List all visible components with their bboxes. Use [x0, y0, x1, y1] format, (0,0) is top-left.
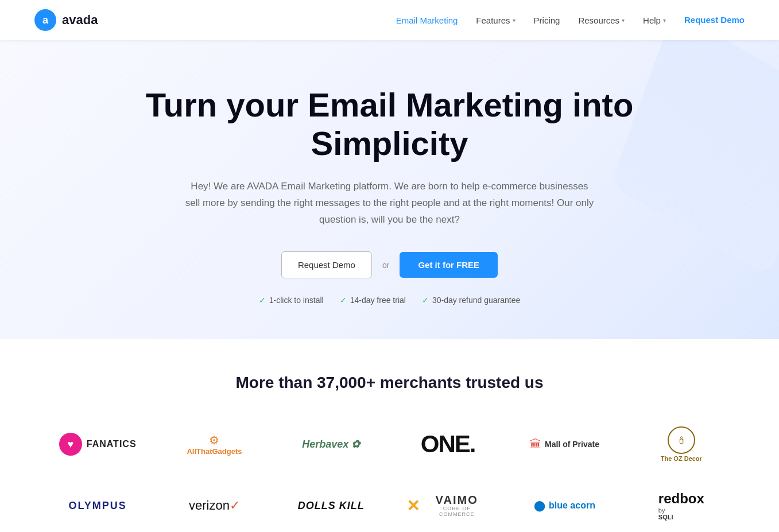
oz-text: The OZ Decor [661, 455, 702, 462]
nav-item-features[interactable]: Features ▾ [476, 15, 515, 25]
logo-verizon: verizon ✓ [177, 486, 251, 526]
navbar: a avada Email Marketing Features ▾ Prici… [0, 0, 779, 40]
redbox-main-text: redbox [658, 491, 704, 507]
nav-request-demo-button[interactable]: Request Demo [684, 15, 745, 25]
oz-circle-icon: 🕯 [668, 426, 695, 454]
svg-text:a: a [42, 14, 49, 26]
hero-checks: ✓ 1-click to install ✓ 14-day free trial… [23, 296, 756, 305]
chevron-down-icon: ▾ [663, 17, 666, 24]
logo-fanatics: ♥ FANATICS [48, 424, 148, 464]
logo-oz-decor: 🕯 The OZ Decor [649, 421, 714, 468]
nav-item-email-marketing[interactable]: Email Marketing [396, 15, 458, 25]
fanatics-text: FANATICS [87, 439, 137, 449]
logo-redbox: redbox by SQLI [647, 485, 716, 526]
hero-content: Turn your Email Marketing into Simplicit… [23, 86, 756, 305]
logo-blue-acorn: ⬤ blue acorn [522, 486, 607, 526]
or-separator: or [382, 261, 389, 270]
check-label-refund: 30-day refund guarantee [432, 296, 520, 305]
request-demo-button[interactable]: Request Demo [281, 251, 372, 278]
mall-icon: 🏛 [530, 438, 541, 451]
redbox-by-text: by [658, 507, 665, 514]
olympus-text: OLYMPUS [68, 500, 126, 512]
check-label-trial: 14-day free trial [350, 296, 406, 305]
nav-item-pricing[interactable]: Pricing [534, 15, 560, 25]
dolls-kill-text: DOLLS KILL [298, 500, 365, 512]
check-item-trial: ✓ 14-day free trial [340, 296, 406, 305]
logo-mall-private: 🏛 Mall of Private [518, 424, 611, 464]
logo-allthatgadgets: ⚙ AllThatGadgets [175, 424, 253, 464]
nav-item-request-demo[interactable]: Request Demo [684, 15, 745, 25]
get-free-button[interactable]: Get it for FREE [400, 252, 498, 278]
verizon-text: verizon [189, 498, 230, 513]
logo-olympus: OLYMPUS [57, 486, 138, 526]
nav-links: Email Marketing Features ▾ Pricing Resou… [396, 15, 745, 25]
mall-text: Mall of Private [545, 440, 599, 449]
check-label-install: 1-click to install [269, 296, 324, 305]
check-icon: ✓ [340, 296, 347, 305]
vaimo-main-text: VAIMO [424, 494, 489, 506]
vaimo-sub-text: CORE OF COMMERCE [424, 506, 489, 518]
hero-subtitle: Hey! We are AVADA Email Marketing platfo… [183, 178, 596, 228]
chevron-down-icon: ▾ [513, 17, 516, 24]
hero-title: Turn your Email Marketing into Simplicit… [131, 86, 648, 162]
nav-link-email-marketing[interactable]: Email Marketing [396, 15, 458, 25]
logo-vaimo: ✕ VAIMO CORE OF COMMERCE [395, 486, 500, 526]
logo-one: ONE. [409, 424, 487, 464]
check-icon: ✓ [422, 296, 429, 305]
logo-dolls-kill: DOLLS KILL [286, 486, 376, 526]
check-icon: ✓ [259, 296, 266, 305]
allthat-text: AllThatGadgets [187, 447, 242, 456]
nav-link-help[interactable]: Help ▾ [643, 15, 666, 25]
trusted-section: More than 37,000+ merchants trusted us ♥… [0, 339, 779, 532]
nav-link-features[interactable]: Features ▾ [476, 15, 515, 25]
nav-item-help[interactable]: Help ▾ [643, 15, 666, 25]
chevron-down-icon: ▾ [622, 17, 625, 24]
logo-icon: a [34, 9, 56, 31]
logo-herbavex: Herbavex ✿ [290, 424, 371, 464]
logo[interactable]: a avada [34, 9, 98, 31]
one-text: ONE. [421, 430, 475, 458]
allthat-icon: ⚙ [209, 433, 219, 447]
hero-section: Turn your Email Marketing into Simplicit… [0, 40, 779, 339]
check-item-refund: ✓ 30-day refund guarantee [422, 296, 520, 305]
herbavex-text: Herbavex ✿ [302, 438, 360, 451]
trusted-title: More than 37,000+ merchants trusted us [34, 374, 745, 392]
hero-buttons: Request Demo or Get it for FREE [23, 251, 756, 278]
check-item-install: ✓ 1-click to install [259, 296, 324, 305]
logos-grid: ♥ FANATICS ⚙ AllThatGadgets Herbavex ✿ O… [45, 421, 734, 526]
vaimo-x-icon: ✕ [406, 496, 420, 515]
fanatics-icon: ♥ [59, 433, 82, 456]
nav-item-resources[interactable]: Resources ▾ [578, 15, 625, 25]
acorn-icon: ⬤ [534, 499, 545, 512]
verizon-check-icon: ✓ [230, 498, 240, 513]
nav-link-pricing[interactable]: Pricing [534, 15, 560, 25]
logo-text: avada [62, 13, 98, 28]
acorn-text: blue acorn [549, 500, 595, 511]
nav-link-resources[interactable]: Resources ▾ [578, 15, 625, 25]
redbox-sqli-text: SQLI [658, 514, 673, 521]
